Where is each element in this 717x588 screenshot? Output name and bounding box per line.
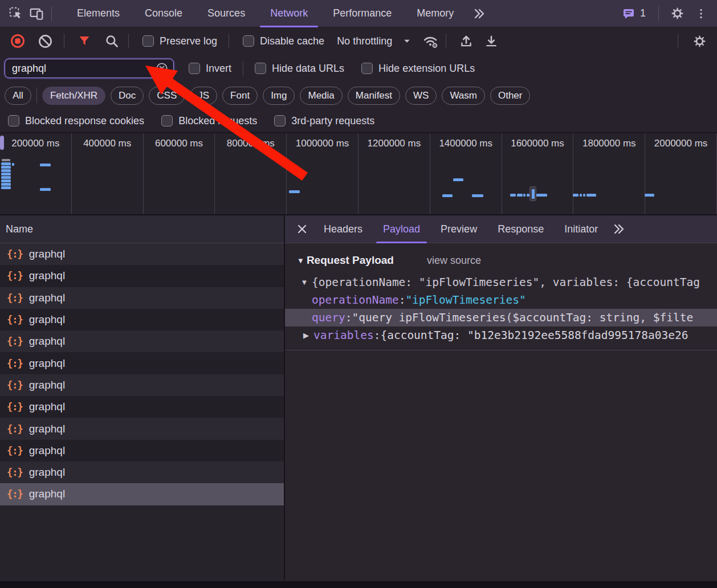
request-row[interactable]: {:}graphql [0,243,284,265]
clear-network-log-button[interactable] [35,31,55,51]
device-toolbar-icon[interactable] [26,3,47,24]
waterfall-bar[interactable] [1,162,11,165]
type-chip-media[interactable]: Media [300,87,342,105]
waterfall-bar[interactable] [1,166,11,169]
inspect-element-icon[interactable] [6,3,26,24]
waterfall-bar[interactable] [645,194,654,197]
waterfall-bar[interactable] [442,194,453,197]
throttling-dropdown[interactable]: No throttling [337,35,412,47]
preserve-log-checkbox[interactable]: Preserve log [142,35,217,47]
fetch-xhr-icon: {:} [7,401,23,413]
request-row[interactable]: {:}graphql [0,265,284,287]
timeline-tick-label: 1200000 ms [358,138,430,149]
payload-property-operationName[interactable]: operationName: "ipFlowTimeseries" [285,291,717,309]
disable-cache-checkbox[interactable]: Disable cache [243,35,324,47]
request-row[interactable]: {:}graphql [0,483,284,505]
hide-extension-urls-checkbox[interactable]: Hide extension URLs [361,63,475,75]
more-tabs-icon[interactable] [466,0,491,27]
collapse-triangle-icon[interactable]: ▼ [297,256,304,265]
panel-tab-preview[interactable]: Preview [430,215,487,243]
view-source-link[interactable]: view source [427,255,481,267]
type-chip-js[interactable]: JS [190,87,217,105]
waterfall-bar[interactable] [1,173,11,175]
devtools-tab-elements[interactable]: Elements [64,0,132,27]
devtools-tab-console[interactable]: Console [132,0,195,27]
waterfall-bar[interactable] [580,194,582,197]
waterfall-bar[interactable] [523,194,525,197]
panel-tab-payload[interactable]: Payload [373,215,430,243]
network-settings-gear-icon[interactable] [690,31,709,51]
kebab-menu-icon[interactable] [691,3,711,24]
request-row[interactable]: {:}graphql [0,309,284,330]
waterfall-bar[interactable] [536,194,547,197]
request-row[interactable]: {:}graphql [0,352,284,374]
waterfall-bar[interactable] [583,194,585,197]
waterfall-bar[interactable] [453,178,463,181]
type-chip-fetch-xhr[interactable]: Fetch/XHR [42,87,105,105]
waterfall-bar[interactable] [289,190,300,193]
invert-checkbox[interactable]: Invert [189,63,231,75]
settings-gear-icon[interactable] [667,3,687,24]
clear-filter-icon[interactable] [155,62,169,75]
waterfall-bar[interactable] [517,194,523,197]
type-chip-ws[interactable]: WS [405,87,437,105]
type-chip-wasm[interactable]: Wasm [442,87,485,105]
network-overview-timeline[interactable]: 200000 ms400000 ms600000 ms800000 ms1000… [0,133,717,215]
blocked-requests-checkbox[interactable]: Blocked requests [161,115,257,127]
waterfall-bar[interactable] [510,194,516,197]
search-icon[interactable] [102,31,121,51]
request-row[interactable]: {:}graphql [0,330,284,352]
expanded-triangle-icon[interactable]: ▼ [299,278,310,287]
type-chip-other[interactable]: Other [490,87,531,105]
3rd-party-requests-checkbox[interactable]: 3rd-party requests [274,115,374,127]
type-chip-doc[interactable]: Doc [111,87,144,105]
waterfall-bar[interactable] [1,186,11,189]
request-row[interactable]: {:}graphql [0,440,284,462]
issues-button[interactable]: 1 [617,7,650,21]
export-har-icon[interactable] [482,31,501,51]
waterfall-bar[interactable] [1,179,11,182]
panel-tab-headers[interactable]: Headers [313,215,373,243]
filter-funnel-icon[interactable] [75,31,94,51]
record-network-log-button[interactable] [8,31,27,51]
request-payload-section-header[interactable]: ▼ Request Payload view source [285,251,717,270]
panel-tab-response[interactable]: Response [487,215,554,243]
request-row[interactable]: {:}graphql [0,374,284,396]
devtools-tab-memory[interactable]: Memory [404,0,466,27]
hide-data-urls-checkbox[interactable]: Hide data URLs [255,63,344,75]
close-details-icon[interactable] [291,215,313,243]
request-row[interactable]: {:}graphql [0,462,284,483]
selected-request-marker[interactable] [529,186,536,201]
waterfall-bar[interactable] [1,183,11,186]
type-chip-font[interactable]: Font [222,87,258,105]
request-row[interactable]: {:}graphql [0,396,284,418]
waterfall-bar[interactable] [40,188,51,191]
blocked-response-cookies-checkbox[interactable]: Blocked response cookies [8,115,144,127]
waterfall-bar[interactable] [12,163,14,166]
payload-property-query[interactable]: query: "query ipFlowTimeseries($accountT… [285,309,717,326]
waterfall-bar[interactable] [1,169,11,172]
type-chip-manifest[interactable]: Manifest [348,87,400,105]
devtools-tab-sources[interactable]: Sources [195,0,258,27]
panel-tab-initiator[interactable]: Initiator [554,215,608,243]
devtools-tab-network[interactable]: Network [258,0,320,27]
payload-property-variables[interactable]: ▶variables: {accountTag: "b12e3b2192ee55… [285,326,717,344]
request-row[interactable]: {:}graphql [0,418,284,439]
import-har-icon[interactable] [457,31,476,51]
collapsed-triangle-icon[interactable]: ▶ [300,331,312,340]
waterfall-bar[interactable] [573,194,579,197]
filter-input[interactable] [12,63,155,75]
devtools-tab-performance[interactable]: Performance [320,0,404,27]
name-column-header[interactable]: Name [0,215,284,243]
network-conditions-icon[interactable] [421,31,440,51]
type-chip-img[interactable]: Img [263,87,295,105]
waterfall-bar[interactable] [40,164,51,166]
request-row[interactable]: {:}graphql [0,287,284,309]
type-chip-css[interactable]: CSS [149,87,185,105]
more-panel-tabs-icon[interactable] [612,222,625,236]
waterfall-bar[interactable] [1,176,11,179]
waterfall-bar[interactable] [586,194,596,197]
waterfall-bar[interactable] [472,194,483,197]
type-chip-all[interactable]: All [5,87,31,105]
payload-preview-line[interactable]: ▼{operationName: "ipFlowTimeseries", var… [285,273,717,291]
